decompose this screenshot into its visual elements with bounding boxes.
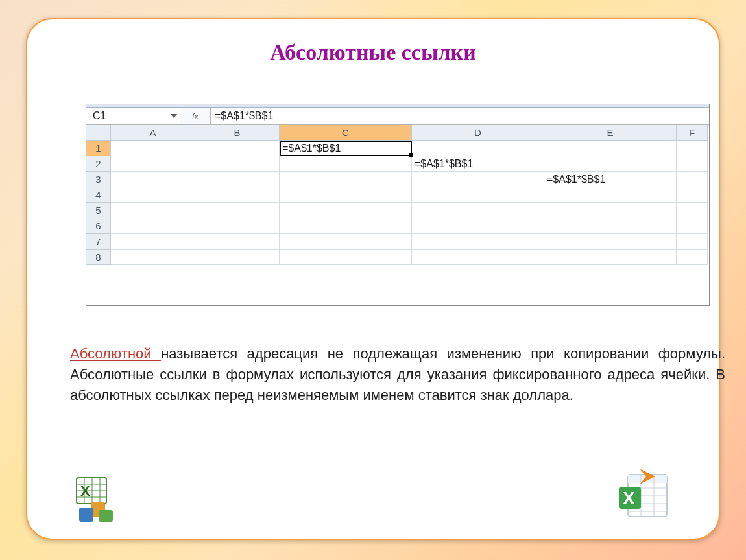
cell-C2[interactable] — [280, 156, 412, 172]
cell-E5[interactable] — [544, 203, 677, 218]
cell-C4[interactable] — [280, 187, 412, 203]
cell-B8[interactable] — [195, 250, 280, 265]
formula-input[interactable]: =$A$1*$B$1 — [211, 108, 709, 124]
cell-E7[interactable] — [544, 234, 677, 250]
cell-C7[interactable] — [280, 234, 412, 250]
col-header-C[interactable]: C — [280, 125, 412, 141]
svg-rect-9 — [79, 508, 93, 522]
cell-C8[interactable] — [280, 250, 412, 265]
cell-F3[interactable] — [677, 172, 708, 187]
cell-B2[interactable] — [195, 156, 280, 172]
cell-D4[interactable] — [412, 187, 544, 203]
name-box-value: C1 — [93, 110, 106, 122]
cell-F8[interactable] — [677, 250, 708, 265]
cell-A3[interactable] — [111, 172, 195, 187]
select-all-corner[interactable] — [86, 125, 111, 141]
cell-B5[interactable] — [195, 203, 280, 218]
cell-C6[interactable] — [280, 218, 412, 234]
row-header-2[interactable]: 2 — [86, 156, 111, 172]
cell-D7[interactable] — [412, 234, 544, 250]
cell-E3[interactable]: =$A$1*$B$1 — [544, 172, 677, 187]
col-header-D[interactable]: D — [412, 125, 544, 141]
name-box-dropdown-icon[interactable] — [171, 114, 177, 118]
cell-D8[interactable] — [412, 250, 544, 265]
cell-E6[interactable] — [544, 218, 677, 234]
col-header-B[interactable]: B — [195, 125, 280, 141]
cell-D5[interactable] — [412, 203, 544, 218]
row-header-6[interactable]: 6 — [86, 218, 111, 234]
cell-D2[interactable]: =$A$1*$B$1 — [412, 156, 544, 172]
col-header-A[interactable]: A — [111, 125, 195, 141]
cell-C3[interactable] — [280, 172, 412, 187]
row-header-5[interactable]: 5 — [86, 203, 111, 218]
row-4: 4 — [86, 187, 709, 203]
row-header-1[interactable]: 1 — [86, 141, 111, 156]
cell-F1[interactable] — [677, 141, 708, 156]
row-header-8[interactable]: 8 — [86, 250, 111, 265]
slide-card: Абсолютные ссылки C1 fx =$A$1*$B$1 A B C… — [26, 18, 720, 540]
cell-A4[interactable] — [111, 187, 195, 203]
cell-B6[interactable] — [195, 218, 280, 234]
cell-A5[interactable] — [111, 203, 195, 218]
cell-E4[interactable] — [544, 187, 677, 203]
cell-D6[interactable] — [412, 218, 544, 234]
row-header-4[interactable]: 4 — [86, 187, 111, 203]
keyword-absolute: Абсолютной — [70, 345, 161, 362]
cell-A2[interactable] — [111, 156, 195, 172]
cell-F4[interactable] — [677, 187, 708, 203]
excel-2007-icon: X — [614, 469, 676, 524]
svg-text:X: X — [623, 488, 635, 508]
cell-D1[interactable] — [412, 141, 544, 156]
cell-E2[interactable] — [544, 156, 677, 172]
row-6: 6 — [86, 218, 709, 234]
row-2: 2 =$A$1*$B$1 — [86, 156, 709, 172]
cell-A7[interactable] — [111, 234, 195, 250]
explanation-paragraph: Абсолютной называется адресация не подле… — [70, 344, 725, 406]
cell-B1[interactable] — [195, 141, 280, 156]
row-1: 1 =$A$1*$B$1 — [86, 141, 709, 156]
cell-C1[interactable]: =$A$1*$B$1 — [280, 141, 412, 156]
row-header-7[interactable]: 7 — [86, 234, 111, 250]
cell-B3[interactable] — [195, 172, 280, 187]
cell-E8[interactable] — [544, 250, 677, 265]
col-header-E[interactable]: E — [544, 125, 677, 141]
cell-E1[interactable] — [544, 141, 677, 156]
cell-D3[interactable] — [412, 172, 544, 187]
col-header-F[interactable]: F — [677, 125, 708, 141]
excel-2003-icon: X — [75, 476, 126, 523]
name-box[interactable]: C1 — [86, 108, 180, 124]
paragraph-body: называется адресация не подлежащая измен… — [70, 345, 725, 403]
row-8: 8 — [86, 250, 709, 265]
svg-rect-10 — [99, 510, 113, 522]
column-header-row: A B C D E F — [86, 125, 709, 141]
slide-title: Абсолютные ссылки — [27, 40, 719, 65]
row-7: 7 — [86, 234, 709, 250]
cell-B7[interactable] — [195, 234, 280, 250]
cell-B4[interactable] — [195, 187, 280, 203]
cell-A6[interactable] — [111, 218, 195, 234]
cell-F6[interactable] — [677, 218, 708, 234]
formula-bar: C1 fx =$A$1*$B$1 — [86, 108, 709, 125]
fx-icon[interactable]: fx — [180, 108, 211, 124]
svg-text:X: X — [80, 483, 90, 499]
cell-F2[interactable] — [677, 156, 708, 172]
cell-F7[interactable] — [677, 234, 708, 250]
row-3: 3 =$A$1*$B$1 — [86, 172, 709, 187]
cell-A8[interactable] — [111, 250, 195, 265]
cell-F5[interactable] — [677, 203, 708, 218]
row-header-3[interactable]: 3 — [86, 172, 111, 187]
spreadsheet-screenshot: C1 fx =$A$1*$B$1 A B C D E F 1 =$A$1*$B$… — [86, 104, 710, 306]
row-5: 5 — [86, 203, 709, 218]
cell-A1[interactable] — [111, 141, 195, 156]
cell-C5[interactable] — [280, 203, 412, 218]
